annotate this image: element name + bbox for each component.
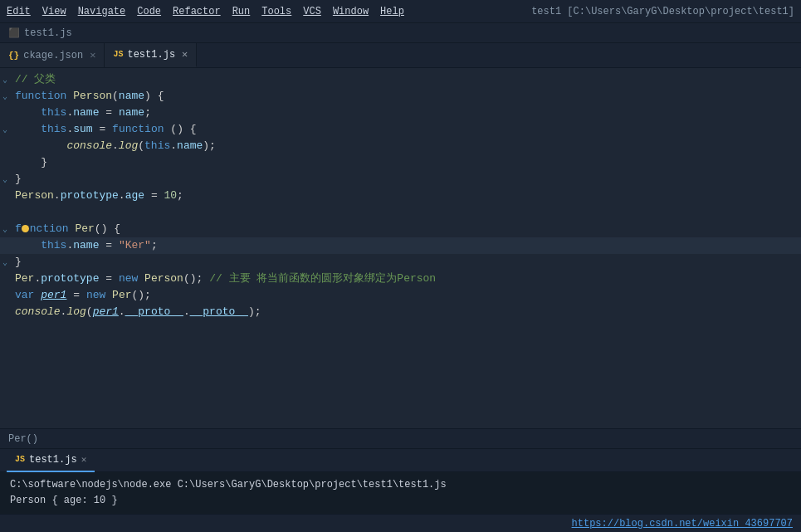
op-3: =: [105, 106, 112, 119]
per-ref-13: Per: [15, 272, 34, 285]
var-name-3: name: [119, 106, 144, 119]
kw-function-10: f: [15, 222, 22, 235]
op-11: =: [105, 239, 112, 251]
code-line-7: ⌄ }: [0, 171, 801, 188]
menu-window[interactable]: Window: [333, 6, 369, 17]
line-code-13: Per.prototype = new Person(); // 主要 将当前函…: [10, 271, 436, 287]
menu-navigate[interactable]: Navigate: [78, 6, 126, 17]
status-label: Per(): [8, 433, 38, 445]
menu-run[interactable]: Run: [232, 6, 251, 17]
code-line-10: ⌄ fnction Per() {: [0, 221, 801, 237]
gutter-7: ⌄: [0, 174, 10, 184]
kw-unction-10: nction: [30, 222, 69, 235]
punct-13b: ();: [183, 272, 203, 285]
code-line-9: [0, 204, 801, 221]
gutter-10: ⌄: [0, 224, 10, 234]
punct-6: }: [41, 156, 47, 168]
gutter-12: ⌄: [0, 257, 10, 267]
code-line-5: console.log(this.name);: [0, 138, 801, 154]
terminal-tab-close[interactable]: ✕: [81, 454, 87, 465]
title-bar: Edit View Navigate Code Refactor Run Too…: [0, 0, 801, 23]
var-per1-14: per1: [41, 289, 66, 301]
tab-test1-close[interactable]: ✕: [182, 48, 188, 61]
code-line-6: }: [0, 154, 801, 171]
this-kw-4: this: [41, 123, 66, 135]
menu-vcs[interactable]: VCS: [303, 6, 321, 17]
this-kw-5: this: [144, 139, 170, 152]
punct-15b: (: [86, 305, 93, 318]
test1-js-icon: JS: [113, 50, 123, 59]
filepath-label: test1 [C:\Users\GaryG\Desktop\project\te…: [531, 6, 794, 17]
op-14: =: [73, 289, 80, 301]
console-log-15: console: [15, 305, 61, 318]
param-name: name: [119, 90, 144, 102]
comment-text-1: // 父类: [15, 73, 56, 85]
menu-bar: Edit View Navigate Code Refactor Run Too…: [7, 6, 531, 17]
line-code-6: }: [10, 154, 47, 171]
punct-11b: ;: [151, 239, 158, 251]
op-8: =: [151, 189, 158, 202]
punct-14: ();: [132, 289, 151, 301]
menu-help[interactable]: Help: [380, 6, 404, 17]
fold-icon-4: ⌄: [2, 124, 7, 134]
proto2-15: __proto__: [190, 305, 248, 318]
line-code-5: console.log(this.name);: [10, 138, 216, 154]
line-code-3: this.name = name;: [10, 105, 151, 121]
op-13: =: [105, 272, 112, 285]
terminal-tab-test1[interactable]: JS test1.js ✕: [7, 449, 95, 472]
punct-15d: .: [183, 305, 190, 318]
terminal-tab-label: test1.js: [29, 454, 77, 466]
gutter-2: ⌄: [0, 91, 10, 101]
fold-icon-12: ⌄: [2, 257, 7, 267]
line-code-8: Person.prototype.age = 10;: [10, 188, 183, 204]
code-line-13: Per.prototype = new Person(); // 主要 将当前函…: [0, 271, 801, 287]
per1-ref-15: per1: [93, 305, 119, 318]
punct-7: }: [15, 173, 22, 185]
code-container[interactable]: ⌄ // 父类 ⌄ function Person(name) { this.n…: [0, 68, 801, 428]
file-header-label: test1.js: [24, 27, 72, 39]
log-fn-15: log: [66, 305, 85, 318]
link-bar: https://blog.csdn.net/weixin_43697707: [0, 514, 801, 532]
code-line-15: console.log(per1.__proto__.__proto__);: [0, 304, 801, 320]
line-code-9: [10, 204, 22, 221]
punct-4b: () {: [170, 123, 196, 135]
menu-edit[interactable]: Edit: [7, 6, 31, 17]
op-4: =: [99, 123, 105, 135]
per-new-14: Per: [112, 289, 131, 301]
punct-12: }: [15, 256, 22, 268]
prop-name-5: name: [177, 139, 203, 152]
menu-view[interactable]: View: [42, 6, 66, 17]
terminal-panel: JS test1.js ✕ C:\software\nodejs\node.ex…: [0, 448, 801, 514]
terminal-line-2: Person { age: 10 }: [10, 493, 791, 509]
punct-8a: .: [54, 189, 61, 202]
num-10-8: 10: [164, 189, 178, 202]
tab-ckage-close[interactable]: ✕: [90, 49, 95, 61]
prop-proto-13: prototype: [41, 272, 99, 285]
code-line-12: ⌄ }: [0, 254, 801, 271]
file-header-bar: ⬛ test1.js: [0, 23, 801, 43]
menu-items: Edit View Navigate Code Refactor Run Too…: [7, 6, 404, 17]
line-code-10: fnction Per() {: [10, 221, 120, 237]
proto1-15: __proto__: [125, 305, 183, 318]
terminal-line-1: C:\software\nodejs\node.exe C:\Users\Gar…: [10, 477, 791, 493]
breakpoint-dot-10: [22, 225, 29, 232]
tab-test1-label: test1.js: [127, 49, 175, 61]
code-line-8: Person.prototype.age = 10;: [0, 188, 801, 204]
prop-age-8: age: [125, 189, 144, 202]
punct-15c: .: [119, 305, 125, 318]
this-kw-11: this: [41, 239, 66, 251]
line-code-7: }: [10, 171, 22, 188]
kw-function-4: function: [112, 123, 164, 135]
blog-link[interactable]: https://blog.csdn.net/weixin_43697707: [572, 518, 793, 530]
ckage-json-icon: {}: [8, 51, 19, 61]
menu-refactor[interactable]: Refactor: [173, 6, 221, 17]
tab-test1-js[interactable]: JS test1.js ✕: [105, 43, 197, 67]
menu-tools[interactable]: Tools: [261, 6, 291, 17]
fold-icon-2: ⌄: [2, 91, 7, 101]
tab-ckage-json[interactable]: {} ckage.json ✕: [0, 43, 105, 67]
menu-code[interactable]: Code: [137, 6, 161, 17]
punct-8c: ;: [177, 189, 183, 202]
person-ref-8: Person: [15, 189, 54, 202]
line-code-4: this.sum = function () {: [10, 121, 197, 138]
console-log-5: console: [66, 139, 112, 152]
